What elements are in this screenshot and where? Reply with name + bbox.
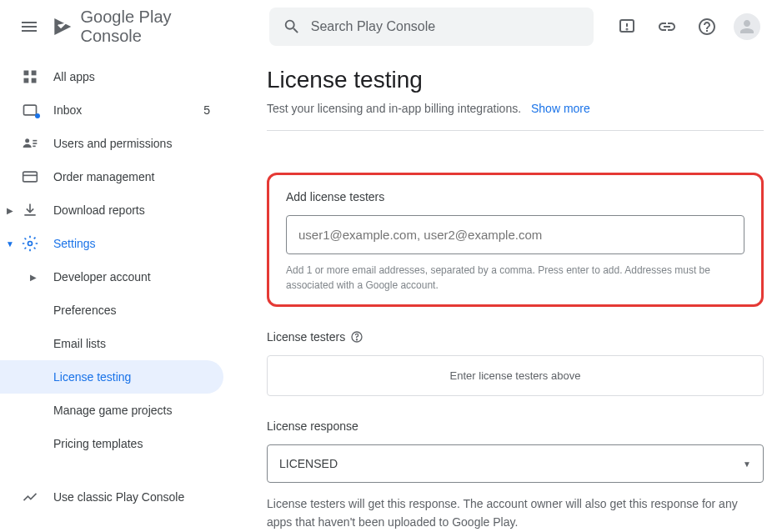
announcements-button[interactable]: [610, 10, 644, 43]
add-testers-help: Add 1 or more email addresses, separated…: [286, 263, 744, 293]
nav-label: Pricing templates: [53, 437, 143, 450]
sidebar: All apps Inbox 5 Users and permissions O…: [0, 53, 233, 532]
sidebar-item-inbox[interactable]: Inbox 5: [0, 93, 233, 127]
chevron-down-icon: ▼: [3, 239, 17, 248]
nav-label: Settings: [53, 237, 96, 250]
sidebar-subitem-license-testing[interactable]: License testing: [0, 360, 223, 394]
sidebar-item-downloads[interactable]: ▶ Download reports: [0, 193, 233, 227]
download-icon: [20, 200, 40, 220]
gear-icon: [20, 233, 40, 253]
sidebar-item-all-apps[interactable]: All apps: [0, 60, 233, 93]
menu-button[interactable]: [13, 10, 45, 43]
nav-label: Preferences: [53, 304, 116, 317]
response-select[interactable]: LICENSED ▼: [267, 444, 764, 483]
svg-rect-3: [24, 71, 29, 76]
sidebar-subitem-manage-games[interactable]: Manage game projects: [0, 394, 233, 427]
nav-label: Users and permissions: [53, 137, 172, 150]
nav-label: Email lists: [53, 337, 106, 350]
page-subtitle: Test your licensing and in-app billing i…: [267, 102, 764, 131]
testers-label: License testers: [267, 330, 345, 344]
chevron-right-icon: ▶: [30, 273, 38, 282]
main-content: License testing Test your licensing and …: [233, 53, 777, 532]
sidebar-subitem-pricing[interactable]: Pricing templates: [0, 427, 233, 460]
svg-rect-5: [24, 78, 29, 83]
svg-rect-6: [32, 78, 37, 83]
sidebar-item-classic-console[interactable]: Use classic Play Console: [0, 480, 233, 514]
add-testers-highlight: Add license testers Add 1 or more email …: [267, 173, 764, 307]
svg-point-14: [28, 242, 33, 246]
nav-label: Developer account: [53, 270, 151, 284]
users-icon: [20, 133, 40, 153]
link-button[interactable]: [650, 10, 684, 43]
nav-label: Download reports: [53, 203, 145, 217]
play-console-logo-icon: [52, 15, 74, 38]
sidebar-item-users[interactable]: Users and permissions: [0, 127, 233, 160]
svg-rect-7: [24, 105, 37, 115]
search-box[interactable]: [269, 8, 594, 46]
nav-label: All apps: [53, 70, 95, 83]
chart-icon: [20, 487, 40, 507]
testers-empty-state: Enter license testers above: [267, 355, 764, 396]
nav-label: Manage game projects: [53, 404, 172, 417]
add-testers-input[interactable]: [286, 215, 744, 254]
response-label: License response: [267, 419, 764, 433]
help-button[interactable]: [690, 10, 724, 43]
add-testers-label: Add license testers: [286, 190, 744, 203]
inbox-icon: [20, 100, 40, 120]
svg-point-8: [25, 138, 29, 143]
nav-label: License testing: [53, 370, 131, 384]
logo[interactable]: Google Play Console: [52, 8, 229, 46]
nav-label: Order management: [53, 170, 154, 183]
nav-label: Inbox: [53, 103, 82, 117]
help-circle-icon[interactable]: [350, 330, 363, 344]
svg-rect-12: [23, 172, 38, 182]
inbox-badge: 5: [203, 103, 220, 117]
page-title: License testing: [267, 67, 764, 93]
svg-point-16: [357, 339, 358, 340]
search-input[interactable]: [311, 19, 580, 34]
sidebar-subitem-developer-account[interactable]: ▶ Developer account: [0, 260, 233, 294]
chevron-right-icon: ▶: [3, 206, 17, 215]
sidebar-subitem-email-lists[interactable]: Email lists: [0, 327, 233, 360]
avatar: [734, 13, 760, 40]
sidebar-subitem-preferences[interactable]: Preferences: [0, 294, 233, 327]
show-more-link[interactable]: Show more: [531, 102, 590, 115]
response-value: LICENSED: [279, 457, 338, 470]
response-description: License testers will get this response. …: [267, 494, 764, 532]
apps-icon: [20, 67, 40, 87]
search-icon: [283, 18, 301, 36]
svg-rect-4: [32, 71, 37, 76]
nav-label: Use classic Play Console: [53, 490, 184, 504]
dropdown-triangle-icon: ▼: [743, 459, 751, 469]
sidebar-item-settings[interactable]: ▼ Settings: [0, 227, 233, 260]
card-icon: [20, 167, 40, 187]
sidebar-item-orders[interactable]: Order management: [0, 160, 233, 193]
logo-text: Google Play Console: [81, 8, 229, 46]
svg-point-2: [627, 29, 628, 30]
account-button[interactable]: [730, 10, 764, 43]
